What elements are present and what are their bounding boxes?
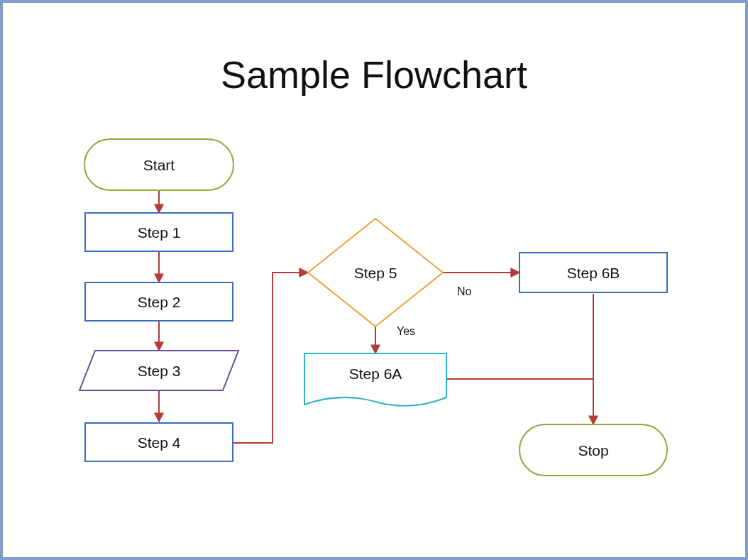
edge-label-no: No <box>457 285 472 297</box>
node-step4-label: Step 4 <box>138 434 181 451</box>
edge-label-yes: Yes <box>397 325 415 337</box>
node-start-label: Start <box>143 157 175 173</box>
node-step1-label: Step 1 <box>138 224 181 241</box>
node-step6b-label: Step 6B <box>567 265 620 281</box>
node-stop-label: Stop <box>578 442 608 459</box>
edge-step4-step5 <box>233 273 308 443</box>
node-step2-label: Step 2 <box>138 294 181 310</box>
node-step6a-label: Step 6A <box>349 366 402 382</box>
node-step5-label: Step 5 <box>354 265 397 281</box>
slide-frame: Sample Flowchart Start Step 1 <box>0 0 748 560</box>
flowchart-canvas: Start Step 1 Step 2 Step 3 Step 4 Step 5… <box>3 3 748 560</box>
node-step3-label: Step 3 <box>138 363 181 379</box>
